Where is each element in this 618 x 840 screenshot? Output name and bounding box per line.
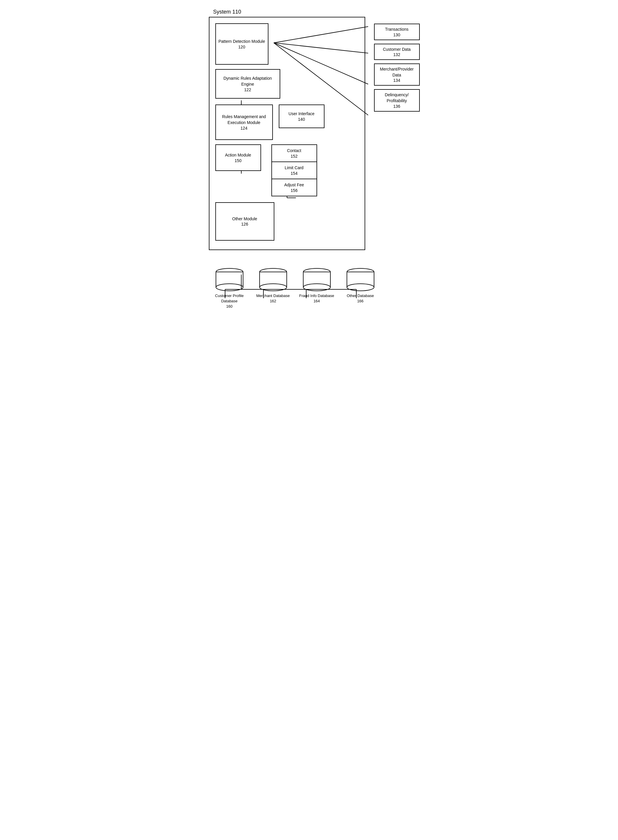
fraud-info-db: Fraud Info Database 164 bbox=[298, 268, 336, 310]
user-interface-box: User Interface 140 bbox=[279, 104, 324, 128]
other-module-box: Other Module 126 bbox=[215, 202, 274, 241]
customer-data-box: Customer Data 132 bbox=[374, 44, 420, 60]
diagram-container: System 110 Pattern Detection Module 120 … bbox=[206, 6, 412, 312]
transactions-box: Transactions 130 bbox=[374, 24, 420, 40]
svg-point-19 bbox=[216, 284, 243, 291]
pattern-detection-box: Pattern Detection Module 120 bbox=[215, 23, 269, 65]
customer-profile-db-icon bbox=[215, 268, 244, 291]
data-sources: Transactions 130 Customer Data 132 Merch… bbox=[374, 24, 420, 112]
action-module-box: Action Module 150 bbox=[215, 144, 261, 171]
delinquency-box: Delinquency/ Profitability 136 bbox=[374, 89, 420, 111]
contact-box: Contact 152 bbox=[271, 144, 317, 161]
other-db-icon bbox=[346, 268, 375, 291]
merchant-db: Merchant Database 162 bbox=[254, 268, 292, 310]
rules-management-box: Rules Management and Execution Module 12… bbox=[215, 104, 273, 140]
fraud-info-db-icon bbox=[302, 268, 331, 291]
svg-point-34 bbox=[347, 284, 374, 291]
merchant-db-icon bbox=[258, 268, 288, 291]
main-system-box: Pattern Detection Module 120 Dynamic Rul… bbox=[209, 17, 365, 250]
adjust-fee-box: Adjust Fee 156 bbox=[271, 179, 317, 197]
limit-card-box: Limit Card 154 bbox=[271, 161, 317, 179]
system-label: System 110 bbox=[213, 9, 415, 15]
dynamic-rules-box: Dynamic Rules Adaptation Engine 122 bbox=[215, 69, 280, 98]
databases-section: Customer Profile Database 160 Merchant D… bbox=[209, 268, 415, 310]
merchant-provider-box: Merchant/Provider Data 134 bbox=[374, 64, 420, 86]
full-diagram: System 110 Pattern Detection Module 120 … bbox=[209, 9, 415, 309]
customer-profile-db: Customer Profile Database 160 bbox=[210, 268, 249, 310]
svg-point-29 bbox=[303, 284, 330, 291]
other-db: Other Database 166 bbox=[341, 268, 380, 310]
svg-point-24 bbox=[260, 284, 287, 291]
